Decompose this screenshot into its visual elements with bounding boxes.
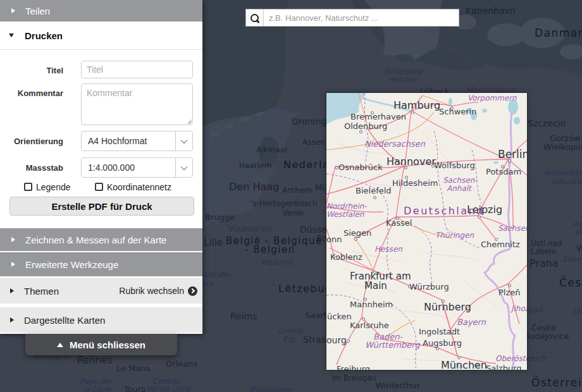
search-icon [251,14,259,22]
city-dot [300,214,304,217]
accordion-drucken-label: Drucken [25,30,63,41]
preview-map-graphics [326,93,527,370]
city-dot [396,217,399,220]
city-dot [450,107,454,110]
accordion-teilen-label: Teilen [25,6,50,16]
chevron-right-icon [11,8,15,13]
change-category-label: Rubrik wechseln [119,286,184,296]
chevron-down-icon [180,163,187,170]
orientation-select[interactable]: A4 Hochformat [81,131,193,151]
create-pdf-button[interactable]: Erstelle PDF für Druck [9,197,194,216]
city-dot [75,359,78,362]
accordion-advanced-tools[interactable]: Erweiterte Werkzeuge [0,252,202,276]
city-dot [436,347,439,350]
scale-label: Massstab [0,163,63,173]
city-dot [478,216,481,219]
city-dot [334,257,337,260]
chevron-right-icon [10,288,14,293]
comment-textarea[interactable] [81,83,193,125]
city-dot [142,388,145,391]
grid-checkbox[interactable] [95,183,103,191]
scale-select[interactable]: 1:4.000.000 [81,157,193,178]
city-dot [442,300,445,303]
print-preview-area[interactable]: VorpommernHamburgSchwerinBremerhavenOlde… [326,93,527,370]
accordion-drucken[interactable]: Drucken [0,21,202,50]
city-dot [411,111,414,114]
city-dot [457,356,461,359]
city-dot [374,385,377,388]
city-dot [501,165,504,168]
city-dot [450,330,454,333]
search-bar [245,9,459,27]
city-dot [247,181,251,185]
city-dot [237,309,240,312]
select-chevron-box [175,158,192,177]
chevron-right-icon [11,237,15,242]
city-dot [540,321,543,324]
city-dot [354,238,357,241]
city-dot [405,176,408,179]
city-dot [404,166,407,169]
comment-field-wrap [81,83,193,125]
city-dot [364,298,367,301]
search-input[interactable] [264,9,459,26]
city-dot [542,116,545,119]
city-dot [541,271,544,274]
city-dot [373,271,376,274]
city-dot [210,223,213,226]
close-menu-label: Menü schliessen [70,340,146,350]
sidebar: Teilen Drucken Titel Kommentar Orientier… [0,0,202,334]
accordion-draw-measure-label: Zeichnen & Messen auf der Karte [25,235,166,245]
accordion-themes-label: Themen [24,286,59,297]
city-dot [495,238,498,241]
comment-label: Kommentar [0,89,63,98]
accordion-teilen[interactable]: Teilen [0,0,202,21]
legend-checkbox[interactable] [24,183,32,191]
scale-value: 1:4.000.000 [82,162,175,173]
select-chevron-box [175,132,192,150]
chevron-right-icon [11,262,15,267]
city-dot [335,166,338,169]
chevron-down-icon [9,34,14,37]
city-dot [362,317,365,321]
title-input[interactable] [81,61,193,78]
city-dot [179,366,182,369]
city-dot [408,285,411,288]
search-button[interactable] [246,9,264,26]
grid-checkbox-label: Koordinatennetz [107,182,171,192]
city-dot [371,111,374,114]
city-dot [127,367,130,371]
city-dot [508,159,511,162]
close-menu-button[interactable]: Menü schliessen [25,334,177,355]
title-label: Titel [0,66,63,75]
chevron-right-icon [10,317,14,322]
city-dot [347,340,350,343]
accordion-displayed-maps-label: Dargestellte Karten [24,315,105,326]
legend-checkbox-label: Legende [36,182,71,192]
chevron-up-icon [57,343,63,347]
orientation-label: Orientierung [0,137,63,146]
accordion-displayed-maps[interactable]: Dargestellte Karten [0,307,202,333]
city-dot [508,284,511,287]
accordion-advanced-tools-label: Erweiterte Werkzeuge [25,259,118,270]
city-dot [431,164,435,168]
checkbox-row: Legende Koordinatennetz [0,182,202,192]
change-category-link[interactable]: Rubrik wechseln [119,286,197,296]
city-dot [359,130,362,133]
orientation-value: A4 Hochformat [82,136,175,146]
app-root: KøbenhavnDanmarkSchleswig-HolsteinMeckle… [0,0,582,392]
city-dot [259,156,263,159]
accordion-draw-measure[interactable]: Zeichnen & Messen auf der Karte [0,228,202,251]
accordion-themes[interactable]: Themen Rubrik wechseln [0,278,202,303]
chevron-down-icon [180,137,187,144]
arrow-right-circle-icon [188,286,197,296]
city-dot [373,196,376,199]
city-dot [257,168,260,171]
